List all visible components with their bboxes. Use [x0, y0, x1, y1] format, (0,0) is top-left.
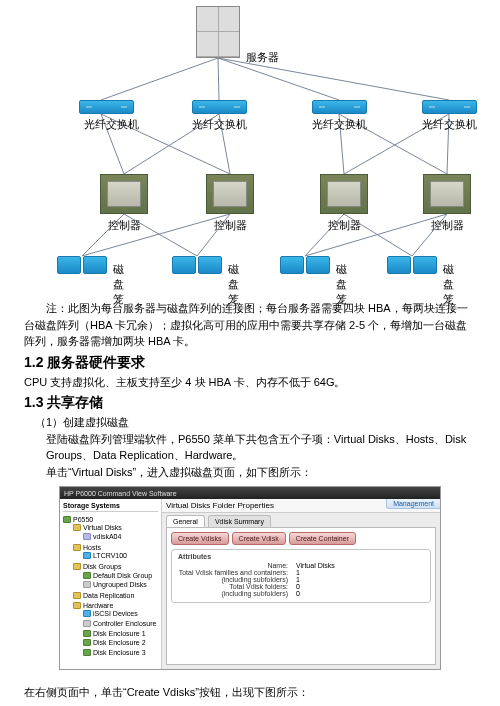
folder-icon [73, 524, 81, 531]
attr-total-families-sub-key: (including subfolders) [178, 576, 288, 583]
fc-switch-icon [79, 100, 134, 114]
switch-node-3: 光纤交换机 [312, 100, 367, 132]
tree-item-data-replication[interactable]: Data Replication [73, 590, 158, 600]
tree-item-vdisk-child[interactable]: vdiskA04 [83, 531, 158, 541]
folder-icon [73, 563, 81, 570]
window-title: HP P6000 Command View Software [64, 490, 177, 497]
step-1-line2: 单击“Virtual Disks”，进入虚拟磁盘页面，如下图所示： [46, 464, 476, 481]
tree-label: Virtual Disks [83, 524, 122, 531]
enclosure-label: 磁盘笼 [228, 262, 239, 307]
tree-item-hosts[interactable]: Hosts LTCRV100 [73, 542, 158, 561]
heading-1-3: 1.3 共享存储 [24, 394, 476, 412]
controller-node-1: 控制器 [100, 174, 148, 233]
attr-total-families-val: 1 [296, 569, 300, 576]
switch-label: 光纤交换机 [312, 117, 367, 132]
tree-label: Controller Enclosure [93, 620, 156, 627]
body-1-2: CPU 支持虚拟化、主板支持至少 4 块 HBA 卡、内存不低于 64G。 [24, 374, 476, 391]
tree-label: Disk Enclosure 2 [93, 639, 146, 646]
tab-general[interactable]: General [166, 515, 205, 527]
switch-node-1: 光纤交换机 [74, 100, 139, 132]
disk-enclosure-icon [280, 256, 330, 274]
controller-icon [320, 174, 368, 214]
tree-item-hw-disk-enc-2[interactable]: Disk Enclosure 2 [83, 638, 158, 648]
attr-total-folders-sub-key: (including subfolders) [178, 590, 288, 597]
enclosure-node-3: 磁盘笼 [280, 256, 330, 274]
folder-icon [73, 544, 81, 551]
enclosure-icon [83, 649, 91, 656]
enclosure-icon [83, 630, 91, 637]
enclosure-label: 磁盘笼 [443, 262, 454, 307]
tree-label: Disk Enclosure 1 [93, 630, 146, 637]
topology-lines [24, 4, 476, 294]
create-vdisk-button[interactable]: Create Vdisk [232, 532, 286, 545]
controller-node-2: 控制器 [206, 174, 254, 233]
attr-total-folders-sub-val: 0 [296, 590, 300, 597]
nav-tree: P6550 Virtual Disks vdiskA04 Hosts LTCRV… [63, 514, 158, 659]
sidebar-header: Storage Systems [63, 502, 158, 512]
switch-label: 光纤交换机 [422, 117, 477, 132]
controller-icon [100, 174, 148, 214]
controller-node-4: 控制器 [423, 174, 471, 233]
attr-total-folders-key: Total Vdisk folders: [178, 583, 288, 590]
switch-label: 光纤交换机 [192, 117, 247, 132]
enclosure-label: 磁盘笼 [336, 262, 347, 307]
fc-switch-icon [192, 100, 247, 114]
storage-icon [63, 516, 71, 523]
create-vdisks-button[interactable]: Create Vdisks [171, 532, 229, 545]
tree-label: Data Replication [83, 592, 134, 599]
software-screenshot: HP P6000 Command View Software Storage S… [59, 486, 441, 670]
tree-item-hw-iscsi[interactable]: iSCSI Devices [83, 609, 158, 619]
attr-name-val: Virtual Disks [296, 562, 335, 569]
server-label: 服务器 [246, 50, 279, 65]
tree-root[interactable]: P6550 Virtual Disks vdiskA04 Hosts LTCRV… [63, 514, 158, 659]
controller-label: 控制器 [320, 218, 368, 233]
tree-item-hw-disk-enc-1[interactable]: Disk Enclosure 1 [83, 628, 158, 638]
tree-label: Disk Enclosure 3 [93, 649, 146, 656]
disk-enclosure-icon [172, 256, 222, 274]
tree-item-dg-ungrouped[interactable]: Ungrouped Disks [83, 580, 158, 590]
diskgroup-icon [83, 572, 91, 579]
folder-icon [73, 602, 81, 609]
attr-name-key: Name: [178, 562, 288, 569]
diagram-note: 注：此图为每台服务器与磁盘阵列的连接图；每台服务器需要四块 HBA，每两块连接一… [24, 300, 476, 350]
heading-1-2: 1.2 服务器硬件要求 [24, 354, 476, 372]
tree-label: Ungrouped Disks [93, 581, 147, 588]
tree-label: Hosts [83, 544, 101, 551]
disk-enclosure-icon [57, 256, 107, 274]
attributes-box: Attributes Name:Virtual Disks Total Vdis… [171, 549, 431, 603]
enclosure-icon [83, 620, 91, 627]
tree-item-disk-groups[interactable]: Disk Groups Default Disk Group Ungrouped… [73, 561, 158, 590]
server-icon [196, 6, 240, 58]
create-container-button[interactable]: Create Container [289, 532, 356, 545]
tree-root-label: P6550 [73, 516, 93, 523]
tree-item-host-child[interactable]: LTCRV100 [83, 551, 158, 561]
fc-switch-icon [422, 100, 477, 114]
attr-total-families-key: Total Vdisk families and containers: [178, 569, 288, 576]
controller-icon [206, 174, 254, 214]
controller-icon [423, 174, 471, 214]
tree-label: Default Disk Group [93, 572, 152, 579]
enclosure-node-1: 磁盘笼 [57, 256, 107, 274]
tree-item-hardware[interactable]: Hardware iSCSI Devices Controller Enclos… [73, 600, 158, 658]
management-link[interactable]: Management [386, 499, 440, 509]
host-icon [83, 552, 91, 559]
window-titlebar: HP P6000 Command View Software [60, 487, 440, 499]
disk-enclosure-icon [387, 256, 437, 274]
tab-vdisk-summary[interactable]: Vdisk Summary [208, 515, 271, 527]
network-topology-diagram: 服务器 光纤交换机 光纤交换机 光纤交换机 光纤交换机 控制器 控制器 控 [24, 4, 476, 294]
step-1-line1: 登陆磁盘阵列管理端软件，P6550 菜单下共包含五个子项：Virtual Dis… [46, 431, 476, 464]
diskgroup-icon [83, 581, 91, 588]
tree-label: iSCSI Devices [93, 610, 138, 617]
attr-total-families-sub-val: 1 [296, 576, 300, 583]
enclosure-node-4: 磁盘笼 [387, 256, 437, 274]
tree-item-virtual-disks[interactable]: Virtual Disks vdiskA04 [73, 523, 158, 542]
switch-node-2: 光纤交换机 [192, 100, 247, 132]
svg-line-0 [101, 58, 218, 100]
switch-label: 光纤交换机 [84, 117, 139, 132]
tree-item-dg-default[interactable]: Default Disk Group [83, 570, 158, 580]
tree-item-hw-disk-enc-3[interactable]: Disk Enclosure 3 [83, 647, 158, 657]
fc-switch-icon [312, 100, 367, 114]
tree-item-hw-controller-enc[interactable]: Controller Enclosure [83, 618, 158, 628]
tree-label: LTCRV100 [93, 552, 127, 559]
step-1-line3: 在右侧页面中，单击“Create Vdisks”按钮，出现下图所示： [24, 684, 476, 701]
